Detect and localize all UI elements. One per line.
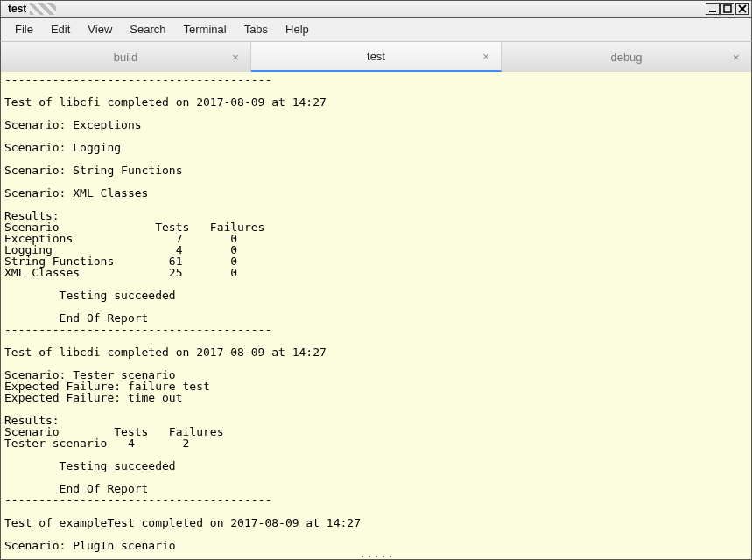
window-title: test bbox=[3, 3, 26, 15]
tab-test[interactable]: test × bbox=[251, 42, 502, 72]
close-icon: × bbox=[232, 51, 239, 64]
minimize-icon bbox=[708, 4, 717, 13]
terminal-output: --------------------------------------- … bbox=[1, 72, 751, 551]
tab-label: test bbox=[367, 50, 385, 63]
minimize-button[interactable] bbox=[706, 3, 720, 15]
menu-file[interactable]: File bbox=[6, 19, 42, 39]
menu-terminal[interactable]: Terminal bbox=[175, 19, 235, 39]
close-icon: × bbox=[482, 50, 489, 63]
close-icon: × bbox=[733, 51, 740, 64]
menu-tabs[interactable]: Tabs bbox=[235, 19, 277, 39]
tab-label: build bbox=[114, 51, 137, 64]
close-icon bbox=[738, 4, 747, 13]
tab-build[interactable]: build × bbox=[1, 42, 251, 72]
tab-close-test[interactable]: × bbox=[480, 50, 492, 62]
resize-handle-icon[interactable] bbox=[359, 555, 394, 558]
menubar: File Edit View Search Terminal Tabs Help bbox=[0, 18, 752, 42]
tab-close-debug[interactable]: × bbox=[730, 51, 742, 63]
svg-rect-1 bbox=[724, 5, 731, 12]
close-button[interactable] bbox=[735, 3, 749, 15]
tab-debug[interactable]: debug × bbox=[502, 42, 751, 72]
maximize-icon bbox=[723, 4, 732, 13]
menu-view[interactable]: View bbox=[79, 19, 121, 39]
tab-label: debug bbox=[610, 51, 642, 64]
window-titlebar: test bbox=[0, 0, 752, 18]
titlebar-texture bbox=[30, 3, 56, 15]
tab-strip: build × test × debug × bbox=[0, 42, 752, 72]
menu-search[interactable]: Search bbox=[121, 19, 174, 39]
tab-close-build[interactable]: × bbox=[229, 51, 242, 63]
menu-edit[interactable]: Edit bbox=[42, 19, 79, 39]
terminal-pane[interactable]: --------------------------------------- … bbox=[0, 72, 752, 560]
menu-help[interactable]: Help bbox=[277, 19, 318, 39]
maximize-button[interactable] bbox=[720, 3, 734, 15]
